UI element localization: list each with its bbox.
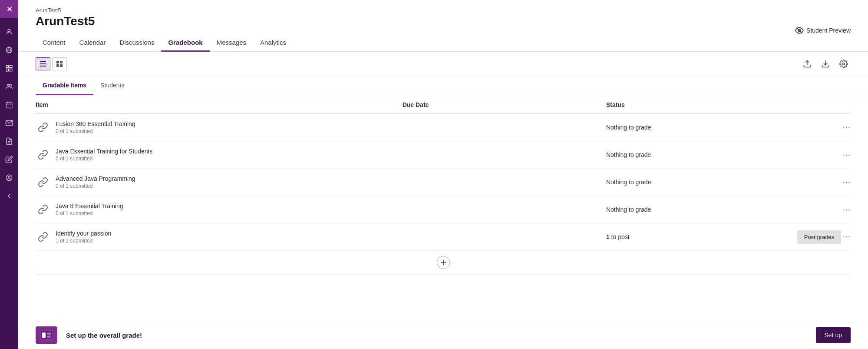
toolbar xyxy=(18,52,868,76)
download-button[interactable] xyxy=(818,57,832,71)
tab-calendar[interactable]: Calendar xyxy=(73,34,113,52)
subtab-gradable-items[interactable]: Gradable Items xyxy=(36,76,93,95)
sidebar-icon-list xyxy=(0,23,18,205)
tab-discussions[interactable]: Discussions xyxy=(112,34,161,52)
status-cell-2: Nothing to grade xyxy=(606,169,769,196)
upload-button[interactable] xyxy=(800,57,814,71)
chain-link-icon xyxy=(36,202,50,217)
settings-button[interactable] xyxy=(837,57,851,71)
svg-point-18 xyxy=(8,176,10,178)
more-options-button[interactable]: ··· xyxy=(843,205,851,214)
item-cell-1: Java Essential Training for Students 0 o… xyxy=(36,141,403,169)
sidebar-icon-document[interactable] xyxy=(0,132,18,150)
sidebar-close-button[interactable]: ✕ xyxy=(0,0,18,18)
due-date-cell-0 xyxy=(403,114,606,141)
course-title: ArunTest5 xyxy=(36,14,851,28)
svg-point-9 xyxy=(10,84,12,86)
svg-point-30 xyxy=(843,63,845,65)
due-date-cell-4 xyxy=(403,223,606,251)
svg-rect-34 xyxy=(42,332,46,338)
student-preview-button[interactable]: Student Preview xyxy=(795,26,851,39)
sidebar-icon-envelope[interactable] xyxy=(0,114,18,132)
sidebar-icon-grid[interactable] xyxy=(0,59,18,77)
col-header-item: Item xyxy=(36,95,403,114)
status-text: Nothing to grade xyxy=(606,206,651,213)
item-name[interactable]: Fusion 360 Essential Training xyxy=(56,120,135,127)
chain-link-icon xyxy=(36,147,50,162)
col-header-actions xyxy=(769,95,851,114)
sidebar-icon-person[interactable] xyxy=(0,23,18,41)
item-name[interactable]: Identify your passion xyxy=(56,230,111,237)
svg-point-0 xyxy=(8,29,10,32)
tab-analytics[interactable]: Analytics xyxy=(253,34,293,52)
list-icon xyxy=(40,61,46,67)
more-options-button[interactable]: ··· xyxy=(843,123,851,132)
more-options-button[interactable]: ··· xyxy=(843,232,851,241)
item-sub: 0 of 1 submitted xyxy=(56,156,152,162)
main-content: ArunTest5 ArunTest5 Student Preview Cont… xyxy=(18,0,868,349)
tab-gradebook[interactable]: Gradebook xyxy=(161,34,209,52)
upload-icon xyxy=(803,60,812,68)
due-date-cell-1 xyxy=(403,141,606,169)
svg-point-8 xyxy=(7,84,10,86)
grid-icon xyxy=(56,61,63,67)
item-cell-0: Fusion 360 Essential Training 0 of 1 sub… xyxy=(36,114,403,141)
chain-link-icon xyxy=(36,175,50,189)
actions-cell-0: ··· xyxy=(769,114,851,141)
preview-icon xyxy=(795,26,804,35)
gradebook-table-wrapper: Item Due Date Status Fusion 360 Essentia… xyxy=(18,95,868,321)
col-header-duedate: Due Date xyxy=(403,95,606,114)
banner-icon-svg xyxy=(40,330,53,340)
actions-cell-4: Post grades ··· xyxy=(769,223,851,251)
table-row: Advanced Java Programming 0 of 1 submitt… xyxy=(36,169,851,196)
sidebar-icon-globe[interactable] xyxy=(0,41,18,59)
svg-rect-26 xyxy=(56,64,59,67)
status-count: 1 xyxy=(606,233,610,240)
bottom-banner: Set up the overall grade! Set up xyxy=(18,321,868,349)
post-grades-button[interactable]: Post grades xyxy=(797,230,841,244)
table-body: Fusion 360 Essential Training 0 of 1 sub… xyxy=(36,114,851,251)
svg-rect-10 xyxy=(6,102,12,108)
sidebar-icon-person-circle[interactable] xyxy=(0,169,18,187)
table-header-row: Item Due Date Status xyxy=(36,95,851,114)
sidebar: ✕ xyxy=(0,0,18,349)
header: ArunTest5 ArunTest5 Student Preview Cont… xyxy=(18,0,868,52)
status-cell-4: 1 to post xyxy=(606,223,769,251)
nav-tabs: Content Calendar Discussions Gradebook M… xyxy=(36,34,851,51)
tab-messages[interactable]: Messages xyxy=(210,34,253,52)
svg-rect-6 xyxy=(6,69,8,71)
svg-rect-7 xyxy=(10,69,12,71)
view-toggle xyxy=(36,57,67,70)
svg-rect-4 xyxy=(6,65,8,67)
status-text: Nothing to grade xyxy=(606,179,651,186)
more-options-button[interactable]: ··· xyxy=(843,178,851,187)
plus-icon xyxy=(440,259,447,266)
svg-rect-24 xyxy=(56,61,59,63)
banner-setup-button[interactable]: Set up xyxy=(816,327,851,343)
more-options-button[interactable]: ··· xyxy=(843,150,851,160)
sidebar-icon-people[interactable] xyxy=(0,77,18,96)
add-item-row xyxy=(36,251,851,275)
svg-rect-22 xyxy=(40,63,46,64)
list-view-button[interactable] xyxy=(36,57,50,70)
student-preview-label: Student Preview xyxy=(806,27,851,34)
sidebar-icon-calendar[interactable] xyxy=(0,96,18,114)
sidebar-icon-arrow-left[interactable] xyxy=(0,187,18,205)
actions-cell-3: ··· xyxy=(769,196,851,223)
item-name[interactable]: Java Essential Training for Students xyxy=(56,148,152,155)
table-row: Fusion 360 Essential Training 0 of 1 sub… xyxy=(36,114,851,141)
item-cell-3: Java 8 Essential Training 0 of 1 submitt… xyxy=(36,196,403,223)
item-name[interactable]: Java 8 Essential Training xyxy=(56,203,123,209)
subtab-students[interactable]: Students xyxy=(93,76,131,95)
gear-icon xyxy=(839,60,848,68)
item-sub: 1 of 1 submitted xyxy=(56,238,111,244)
add-item-button[interactable] xyxy=(437,256,450,269)
grid-view-button[interactable] xyxy=(52,57,67,70)
due-date-cell-3 xyxy=(403,196,606,223)
tab-content[interactable]: Content xyxy=(36,34,73,52)
close-icon: ✕ xyxy=(7,5,12,13)
item-cell-4: Identify your passion 1 of 1 submitted xyxy=(36,223,403,251)
status-cell-3: Nothing to grade xyxy=(606,196,769,223)
sidebar-icon-pencil[interactable] xyxy=(0,150,18,169)
item-name[interactable]: Advanced Java Programming xyxy=(56,175,135,182)
